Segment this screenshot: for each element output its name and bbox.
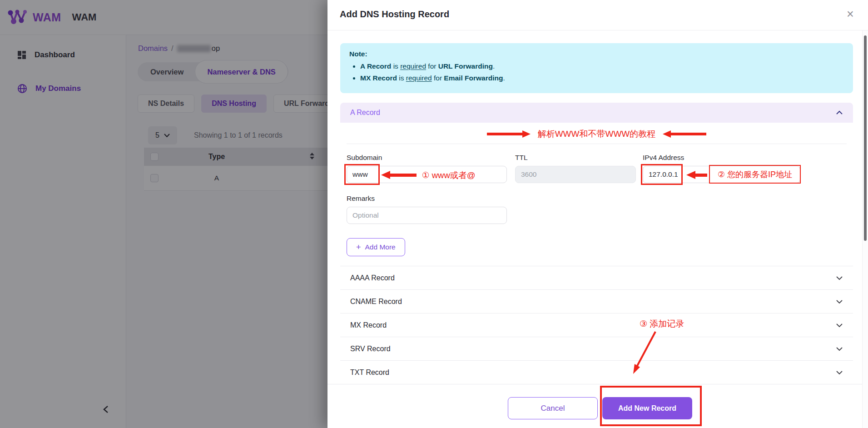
add-more-label: Add More xyxy=(365,243,396,251)
accordion-header-cname-record[interactable]: CNAME Record xyxy=(340,289,853,313)
red-diagonal-arrow-icon xyxy=(610,329,669,379)
chevron-down-icon xyxy=(836,276,843,280)
step1-annotation: ① www或者@ xyxy=(422,169,476,181)
step2-annotation: ② 您的服务器IP地址 xyxy=(718,169,792,180)
note-bullet: A Record is required for URL Forwarding. xyxy=(360,60,844,72)
red-arrow-left-icon xyxy=(381,171,417,179)
note-list: A Record is required for URL Forwarding.… xyxy=(349,60,844,84)
tutorial-text: 解析WWW和不带WWW的教程 xyxy=(538,128,656,140)
plus-icon: + xyxy=(356,243,361,251)
chevron-down-icon xyxy=(836,370,843,375)
accordion-header-txt-record[interactable]: TXT Record xyxy=(340,360,853,384)
modal-header: Add DNS Hosting Record × xyxy=(327,0,868,30)
note-bullet: MX Record is required for Email Forwardi… xyxy=(360,72,844,84)
add-new-record-button[interactable]: Add New Record xyxy=(602,397,692,419)
scrollbar-thumb[interactable] xyxy=(864,35,867,241)
chevron-down-icon xyxy=(836,299,843,304)
close-icon[interactable]: × xyxy=(843,7,857,21)
ttl-field: TTL xyxy=(515,154,636,183)
tutorial-annotation: 解析WWW和不带WWW的教程 xyxy=(340,128,853,140)
a-record-panel: 解析WWW和不带WWW的教程 Subdomain ① www或者@ TTL xyxy=(340,123,853,266)
accordion-header-a-record[interactable]: A Record xyxy=(340,103,853,123)
collapsed-accordions: AAAA Record CNAME Record MX Record SRV R… xyxy=(340,266,853,384)
note-alert: Note: A Record is required for URL Forwa… xyxy=(340,43,853,93)
modal-title: Add DNS Hosting Record xyxy=(340,9,449,20)
note-title: Note: xyxy=(349,50,844,58)
chevron-down-icon xyxy=(836,323,843,328)
ipv4-field: IPv4 Address ② 您的服务器IP地址 xyxy=(643,154,800,183)
chevron-down-icon xyxy=(836,347,843,351)
ipv4-label: IPv4 Address xyxy=(643,154,800,162)
subdomain-label: Subdomain xyxy=(347,154,507,162)
ttl-input[interactable] xyxy=(515,166,636,183)
subdomain-field: Subdomain ① www或者@ xyxy=(347,154,507,183)
accordion-header-srv-record[interactable]: SRV Record xyxy=(340,337,853,360)
cancel-button[interactable]: Cancel xyxy=(508,397,598,419)
red-arrow-left-icon xyxy=(686,171,707,179)
ttl-label: TTL xyxy=(515,154,636,162)
remarks-field: Remarks xyxy=(347,194,507,224)
red-arrow-right-icon xyxy=(487,130,531,138)
add-more-button[interactable]: + Add More xyxy=(347,238,405,256)
accordion-header-aaaa-record[interactable]: AAAA Record xyxy=(340,266,853,289)
accordion-header-mx-record[interactable]: MX Record xyxy=(340,313,853,337)
add-dns-record-modal: Add DNS Hosting Record × Note: A Record … xyxy=(327,0,868,428)
remarks-input[interactable] xyxy=(347,207,507,224)
chevron-up-icon xyxy=(836,110,843,115)
accordion-label: A Record xyxy=(350,109,380,117)
remarks-label: Remarks xyxy=(347,194,507,203)
step2-annotation-box: ② 您的服务器IP地址 xyxy=(709,165,801,184)
modal-scrollbar xyxy=(862,30,868,428)
step3-annotation: ③ 添加记录 xyxy=(640,318,684,330)
panel-divider xyxy=(347,144,847,144)
red-arrow-left-icon xyxy=(663,130,706,138)
modal-footer: Cancel Add New Record xyxy=(327,384,868,428)
